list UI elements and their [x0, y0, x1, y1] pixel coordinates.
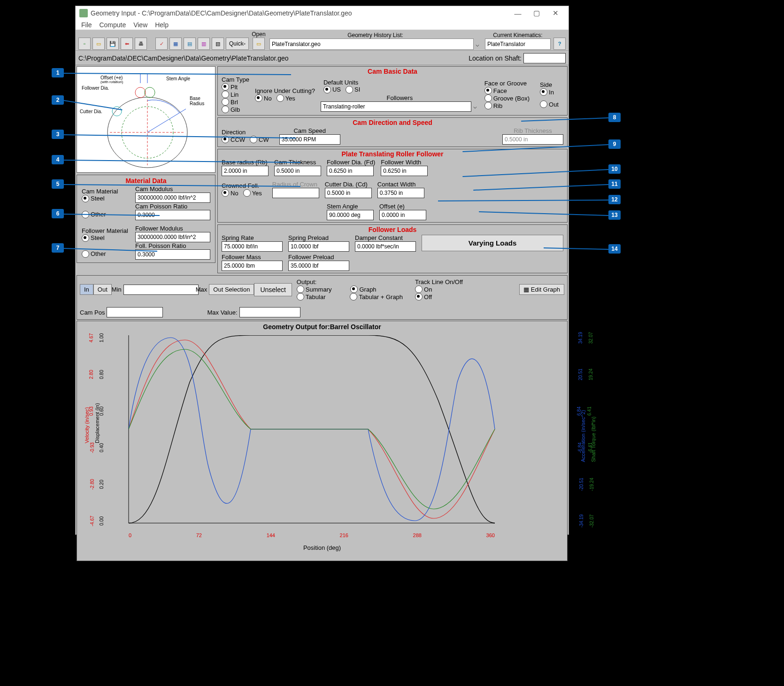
contact-width-input[interactable]: [377, 188, 424, 198]
maximize-button[interactable]: ▢: [527, 8, 546, 19]
radio-steel-cam[interactable]: Steel: [82, 195, 125, 202]
radio-brl[interactable]: Brl: [222, 98, 245, 106]
radio-lin[interactable]: Lin: [222, 91, 245, 98]
rib-thickness-input: [502, 134, 563, 145]
cam-speed-input[interactable]: [279, 134, 340, 145]
offset-input[interactable]: [379, 210, 426, 220]
radio-tabular[interactable]: Tabular: [297, 293, 326, 301]
menu-help[interactable]: Help: [153, 20, 170, 30]
damper-input[interactable]: [355, 241, 416, 252]
titlebar: Geometry Input - C:\ProgramData\DEC\CamD…: [76, 6, 569, 20]
follower-width-input[interactable]: [381, 166, 428, 176]
axis-tick: -19.24: [589, 478, 594, 491]
callout-12: 12: [608, 195, 621, 204]
campos-input[interactable]: [107, 307, 163, 317]
radio-crowned-yes[interactable]: Yes: [243, 189, 262, 197]
radio-tabular-graph[interactable]: Tabular + Graph: [350, 293, 403, 301]
chevron-down-icon[interactable]: ⌵: [474, 41, 481, 48]
graph-title: Geometry Output for:Barrel Oscillator: [77, 321, 567, 332]
radio-uc-yes[interactable]: Yes: [277, 94, 295, 102]
side-label: Side: [540, 81, 563, 88]
radio-summary[interactable]: Summary: [297, 285, 332, 293]
callout-10: 10: [608, 164, 621, 174]
history-combo[interactable]: [269, 39, 474, 50]
close-button[interactable]: ✕: [546, 8, 565, 19]
save-icon[interactable]: 💾: [107, 38, 119, 50]
axis-tick: 144: [267, 532, 275, 538]
radio-track-on[interactable]: On: [415, 285, 458, 293]
chevron-down-icon[interactable]: ⌵: [471, 103, 479, 110]
output-control-bar: In Out Min ⌵ Max Out Selection Unselect …: [77, 275, 568, 320]
axis-tick: -20.51: [579, 478, 584, 491]
radio-steel-foll[interactable]: Steel: [82, 234, 125, 242]
minimize-button[interactable]: —: [508, 8, 527, 19]
follower-modulus-input[interactable]: [135, 232, 210, 242]
followers-label: Followers: [321, 94, 479, 101]
stem-angle-input[interactable]: [327, 210, 374, 220]
axis-tick: 1.00: [99, 333, 104, 342]
help-button[interactable]: ?: [553, 38, 566, 50]
unselect-button[interactable]: Unselect: [254, 283, 292, 296]
edit-graph-button[interactable]: ▦ Edit Graph: [519, 284, 564, 295]
print-icon[interactable]: 🖶: [135, 38, 147, 50]
grid1-icon[interactable]: ▦: [169, 38, 182, 50]
in-button[interactable]: In: [80, 284, 93, 295]
menu-view[interactable]: View: [131, 20, 149, 30]
out-selection-button[interactable]: Out Selection: [209, 284, 254, 295]
follower-preload-input[interactable]: [288, 261, 349, 271]
radio-graph[interactable]: Graph: [350, 285, 376, 293]
spring-preload-input[interactable]: [288, 241, 349, 252]
radio-in[interactable]: In: [540, 88, 559, 96]
kinematics-field[interactable]: [485, 39, 551, 50]
radio-rib[interactable]: Rib: [484, 102, 530, 109]
open-folder-icon[interactable]: ▭: [253, 38, 265, 50]
radio-groove[interactable]: Groove (Box): [484, 94, 530, 102]
radio-track-off[interactable]: Off: [415, 293, 458, 301]
radio-us[interactable]: US: [323, 86, 341, 93]
direction-label: Direction: [222, 129, 274, 136]
radio-other-foll[interactable]: Other: [82, 250, 125, 258]
varying-loads-button[interactable]: Varying Loads: [422, 235, 563, 251]
follower-mass-input[interactable]: [222, 261, 283, 271]
location-input[interactable]: [523, 53, 566, 63]
axis-tick: -2.80: [90, 479, 95, 490]
cutter-dia-input[interactable]: [325, 188, 372, 198]
quick-button[interactable]: Quick ▫: [226, 38, 249, 50]
radio-uc-no[interactable]: No: [255, 94, 272, 102]
cam-thickness-input[interactable]: [274, 166, 321, 176]
axis-tick: -0.93: [90, 442, 95, 453]
contact-width-label: Contact Width: [377, 181, 424, 188]
out-button[interactable]: Out: [93, 284, 112, 295]
face-groove-label: Face or Groove: [484, 80, 534, 87]
cam-modulus-input[interactable]: [135, 193, 210, 203]
grid3-icon[interactable]: ▥: [198, 38, 210, 50]
radio-crowned-no[interactable]: No: [222, 189, 238, 197]
check-icon[interactable]: ✓: [155, 38, 168, 50]
radio-glb[interactable]: Glb: [222, 106, 245, 113]
min-combo[interactable]: [123, 285, 199, 295]
radio-face[interactable]: Face: [484, 87, 530, 94]
menu-file[interactable]: File: [79, 20, 94, 30]
default-units-label: Default Units: [323, 79, 365, 86]
back-icon[interactable]: ⬅: [121, 38, 133, 50]
axis-tick: 0: [129, 532, 131, 538]
axis-tick: 0.80: [99, 370, 104, 379]
menu-compute[interactable]: Compute: [97, 20, 128, 30]
radio-plt[interactable]: Plt: [222, 83, 245, 91]
spring-rate-label: Spring Rate: [222, 234, 283, 241]
new-icon[interactable]: ▫: [78, 38, 91, 50]
maxvalue-input[interactable]: [239, 307, 300, 317]
grid4-icon[interactable]: ▧: [212, 38, 224, 50]
radio-si[interactable]: SI: [346, 86, 360, 93]
callout-14: 14: [608, 244, 621, 254]
open-label: Open: [252, 31, 265, 38]
radio-out[interactable]: Out: [540, 100, 559, 108]
follower-dia-input[interactable]: [327, 166, 374, 176]
base-radius-input[interactable]: [222, 166, 269, 176]
spring-rate-input[interactable]: [222, 241, 283, 252]
grid2-icon[interactable]: ▤: [184, 38, 196, 50]
followers-combo[interactable]: [321, 101, 471, 112]
path-text: C:\ProgramData\DEC\CamDesigner\Data\Geom…: [78, 54, 289, 62]
kinematics-label: Current Kinematics:: [493, 32, 542, 39]
open-icon[interactable]: ▭: [92, 38, 105, 50]
